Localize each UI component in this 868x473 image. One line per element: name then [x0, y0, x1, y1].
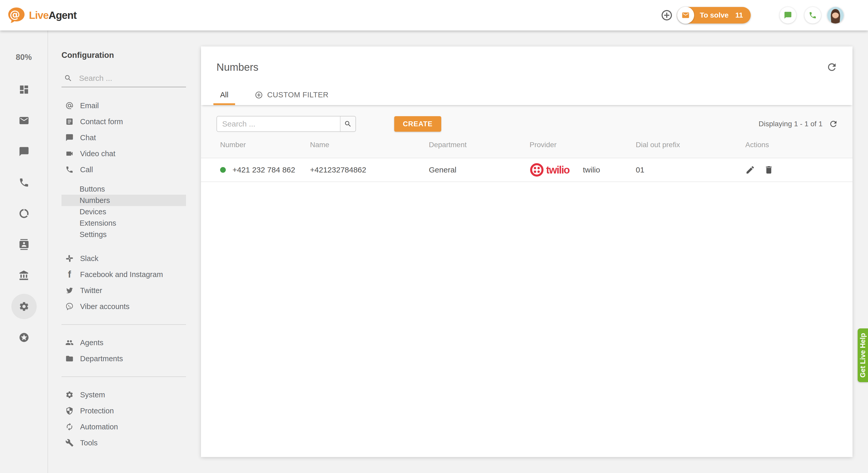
sidebar-item-label: Call — [80, 166, 93, 174]
sidebar-item-email[interactable]: Email — [61, 98, 186, 113]
chat-icon — [65, 133, 74, 142]
sidebar-item-label: Viber accounts — [80, 302, 129, 311]
delete-icon[interactable] — [764, 165, 774, 175]
system-gear-icon — [65, 391, 74, 399]
sidebar-item-label: Automation — [80, 423, 118, 431]
svg-text:@: @ — [9, 8, 20, 21]
configuration-sidebar: Configuration Email Contact form Chat Vi… — [48, 30, 201, 473]
agents-icon — [65, 338, 74, 347]
column-header-provider: Provider — [530, 141, 636, 149]
sidebar-item-label: Video chat — [80, 149, 116, 158]
sidebar-item-label: Facebook and Instagram — [80, 270, 163, 279]
sidebar-item-departments[interactable]: Departments — [61, 350, 186, 367]
provider-cell: twilio twilio — [530, 163, 636, 177]
rail-call-icon[interactable] — [19, 177, 29, 188]
contact-form-icon — [65, 117, 74, 126]
list-refresh-icon[interactable] — [829, 119, 838, 129]
to-solve-envelope-badge — [677, 7, 694, 24]
liveagent-logo[interactable]: @ LiveAgent — [7, 6, 76, 25]
sidebar-item-system[interactable]: System — [61, 387, 186, 403]
sidebar-subitem-label: Buttons — [80, 185, 105, 193]
sidebar-item-call[interactable]: Call — [61, 162, 186, 178]
table-search-button[interactable] — [340, 116, 355, 131]
twitter-icon — [65, 286, 74, 295]
sidebar-subitem-label: Numbers — [80, 196, 110, 205]
sidebar-item-tools[interactable]: Tools — [61, 435, 186, 451]
search-icon — [344, 120, 352, 128]
tab-custom-filter[interactable]: CUSTOM FILTER — [252, 87, 331, 105]
sidebar-item-viber[interactable]: Viber accounts — [61, 299, 186, 314]
avatar-image — [827, 7, 844, 24]
email-icon — [65, 101, 74, 110]
add-new-icon[interactable] — [660, 9, 673, 22]
number-cell: +421 232 784 862 — [220, 166, 310, 174]
sidebar-item-chat[interactable]: Chat — [61, 130, 186, 146]
rail-dashboard-icon[interactable] — [19, 84, 29, 95]
provider-name: twilio — [583, 166, 600, 174]
user-avatar[interactable] — [827, 7, 844, 24]
column-header-actions: Actions — [745, 141, 852, 149]
sidebar-divider — [61, 376, 186, 377]
rail-contacts-icon[interactable] — [19, 239, 29, 250]
sidebar-item-video-chat[interactable]: Video chat — [61, 146, 186, 162]
sidebar-subitem-buttons[interactable]: Buttons — [61, 183, 186, 195]
sidebar-item-label: Email — [80, 101, 99, 110]
twilio-mark-icon — [530, 163, 544, 177]
rail-data-usage-icon[interactable] — [19, 208, 29, 219]
sidebar-item-slack[interactable]: Slack — [61, 250, 186, 266]
calls-button[interactable] — [804, 7, 821, 24]
phone-icon — [809, 11, 817, 20]
table-search-input[interactable] — [217, 116, 340, 131]
to-solve-count: 11 — [735, 11, 743, 20]
get-live-help-button[interactable]: Get Live Help — [858, 329, 868, 382]
table-row[interactable]: +421 232 784 862 +421232784862 General t… — [201, 158, 852, 182]
create-button[interactable]: CREATE — [394, 116, 441, 132]
panel-refresh-icon[interactable] — [826, 62, 838, 73]
sidebar-subitem-extensions[interactable]: Extensions — [61, 217, 186, 229]
panel-toolbar-zone: CREATE Displaying 1 - 1 of 1 Number Name… — [201, 105, 852, 158]
sidebar-item-facebook-instagram[interactable]: f Facebook and Instagram — [61, 266, 186, 282]
tab-all[interactable]: All — [213, 87, 235, 105]
department-cell: General — [429, 166, 530, 174]
plus-circle-icon — [255, 91, 263, 99]
sidebar-search[interactable] — [61, 72, 186, 87]
sidebar-item-label: Agents — [80, 338, 103, 347]
chats-button[interactable] — [780, 7, 796, 24]
sidebar-item-label: Contact form — [80, 117, 123, 126]
sidebar-item-contact-form[interactable]: Contact form — [61, 113, 186, 130]
displaying-text: Displaying 1 - 1 of 1 — [759, 120, 823, 128]
sidebar-item-protection[interactable]: Protection — [61, 403, 186, 419]
tab-bar: All CUSTOM FILTER — [201, 87, 852, 105]
rail-mail-icon[interactable] — [19, 115, 29, 126]
sidebar-divider — [61, 324, 186, 325]
tab-all-label: All — [220, 91, 228, 99]
table-header-row: Number Name Department Provider Dial out… — [201, 132, 852, 158]
sidebar-item-label: Protection — [80, 407, 114, 415]
dial-out-prefix-cell: 01 — [636, 166, 745, 174]
rail-settings-icon[interactable] — [19, 301, 29, 312]
edit-icon[interactable] — [745, 165, 755, 175]
sidebar-item-automation[interactable]: Automation — [61, 419, 186, 435]
pagination-info: Displaying 1 - 1 of 1 — [759, 119, 838, 129]
top-bar: @ LiveAgent To solve 11 — [0, 0, 868, 30]
sidebar-subitem-settings[interactable]: Settings — [61, 229, 186, 240]
sidebar-item-agents[interactable]: Agents — [61, 335, 186, 350]
number-value: +421 232 784 862 — [232, 166, 295, 174]
sidebar-subitem-devices[interactable]: Devices — [61, 206, 186, 217]
sidebar-item-label: Slack — [80, 254, 98, 263]
sidebar-subitem-numbers[interactable]: Numbers — [61, 195, 186, 206]
sidebar-item-twitter[interactable]: Twitter — [61, 282, 186, 299]
sidebar-search-input[interactable] — [79, 74, 177, 82]
liveagent-app: @ LiveAgent To solve 11 — [0, 0, 868, 473]
rail-stars-icon[interactable] — [19, 332, 29, 343]
tools-wrench-icon — [65, 438, 74, 447]
mail-icon — [681, 11, 690, 20]
panel-header: Numbers All CUSTOM FILTER — [201, 46, 852, 105]
table-empty-area — [201, 182, 852, 457]
rail-chat-icon[interactable] — [19, 146, 29, 157]
automation-sync-icon — [65, 423, 74, 431]
rail-billing-icon[interactable] — [19, 270, 29, 281]
to-solve-button[interactable]: To solve 11 — [677, 7, 751, 24]
departments-icon — [65, 354, 74, 363]
video-chat-icon — [65, 149, 74, 158]
